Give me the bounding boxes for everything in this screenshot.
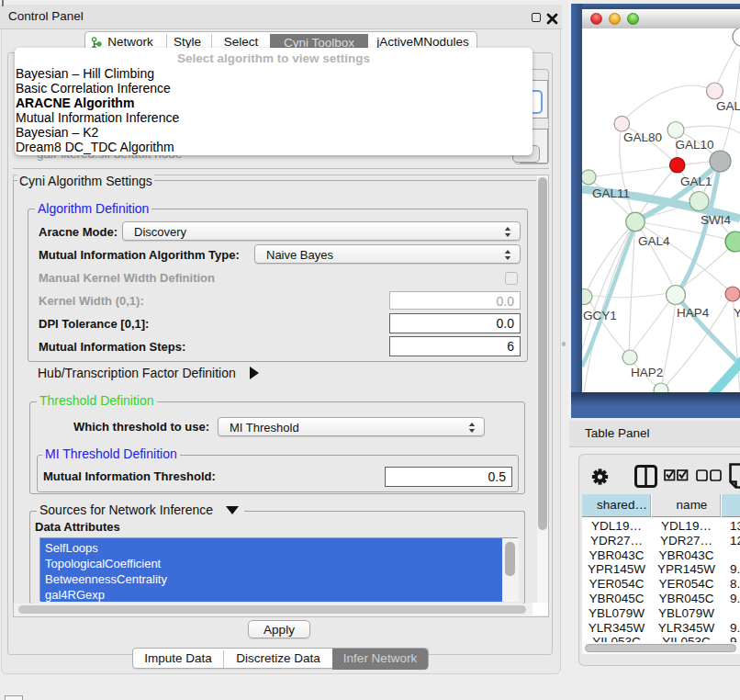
svg-text:HAP4: HAP4 — [677, 306, 710, 320]
svg-text:Y: Y — [734, 306, 740, 320]
svg-text:GAL80: GAL80 — [623, 130, 662, 144]
svg-text:GAL1: GAL1 — [680, 175, 712, 188]
svg-text:GAL2: GAL2 — [716, 99, 740, 113]
svg-text:GCY1: GCY1 — [583, 309, 617, 322]
svg-text:HAP2: HAP2 — [631, 366, 663, 379]
svg-text:SWI4: SWI4 — [701, 213, 731, 227]
svg-text:GAL11: GAL11 — [592, 186, 630, 200]
svg-text:GAL10: GAL10 — [676, 138, 714, 152]
svg-text:GAL4: GAL4 — [638, 234, 670, 248]
